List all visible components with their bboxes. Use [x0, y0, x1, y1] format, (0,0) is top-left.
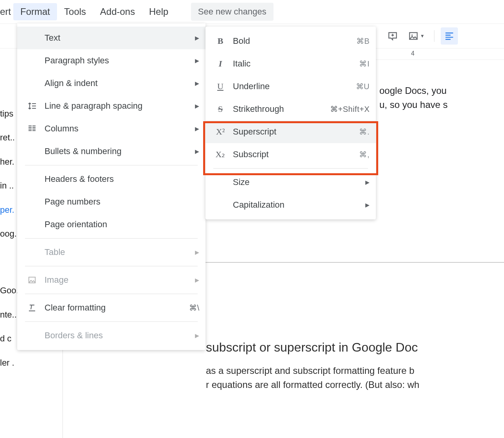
shortcut-text: ⌘U: [356, 82, 370, 91]
svg-point-1: [411, 34, 413, 36]
menuitem-text[interactable]: Text ▶: [17, 27, 206, 49]
align-left-icon: [444, 31, 454, 41]
superscript-icon: X²: [213, 127, 227, 137]
insert-image-button[interactable]: ▼: [405, 27, 428, 45]
menuitem-paragraph-styles[interactable]: Paragraph styles ▶: [17, 49, 206, 72]
menuitem-strikethrough[interactable]: S Strikethrough ⌘+Shift+X: [206, 98, 376, 120]
menuitem-capitalization[interactable]: Capitalization ▶: [206, 194, 376, 216]
submenu-arrow-icon: ▶: [195, 57, 199, 64]
doc-paragraph: as a superscript and subscript formattin…: [206, 364, 504, 392]
toolbar-divider: [434, 30, 434, 42]
doc-text-fragment: u, so you have s: [379, 99, 448, 110]
menu-item-addons[interactable]: Add-ons: [93, 3, 142, 20]
submenu-arrow-icon: ▶: [195, 148, 199, 154]
text-submenu-dropdown: B Bold ⌘B I Italic ⌘I U Underline ⌘U S S…: [206, 27, 376, 219]
ruler-tick: 4: [411, 50, 415, 57]
doc-text-fragment: oogle Docs, you: [379, 85, 447, 96]
menu-separator: [25, 238, 198, 239]
menuitem-page-orientation[interactable]: Page orientation: [17, 213, 206, 236]
bold-icon: B: [213, 36, 227, 46]
shortcut-text: ⌘I: [359, 59, 370, 68]
underline-icon: U: [213, 81, 227, 92]
menu-separator: [25, 321, 198, 322]
subscript-icon: X₂: [213, 149, 227, 160]
shortcut-text: ⌘,: [359, 150, 370, 159]
menuitem-line-spacing[interactable]: Line & paragraph spacing ▶: [17, 95, 206, 117]
menuitem-borders-lines: Borders & lines ▶: [17, 324, 206, 347]
menuitem-size[interactable]: Size ▶: [206, 171, 376, 194]
menu-separator: [213, 168, 368, 169]
chevron-down-icon: ▼: [420, 33, 425, 39]
menu-separator: [25, 266, 198, 266]
submenu-arrow-icon: ▶: [195, 35, 199, 41]
shortcut-text: ⌘+Shift+X: [330, 104, 370, 114]
menuitem-superscript[interactable]: X² Superscript ⌘.: [206, 120, 376, 143]
format-menu-dropdown: Text ▶ Paragraph styles ▶ Align & indent…: [17, 23, 206, 350]
menuitem-italic[interactable]: I Italic ⌘I: [206, 52, 376, 75]
menuitem-headers-footers[interactable]: Headers & footers: [17, 168, 206, 190]
submenu-arrow-icon: ▶: [195, 277, 199, 283]
menuitem-subscript[interactable]: X₂ Subscript ⌘,: [206, 143, 376, 166]
submenu-arrow-icon: ▶: [195, 126, 199, 132]
image-icon: [408, 31, 418, 41]
submenu-arrow-icon: ▶: [195, 80, 199, 86]
menubar: ert Format Tools Add-ons Help See new ch…: [0, 0, 504, 24]
shortcut-text: ⌘\: [189, 303, 199, 312]
menu-separator: [25, 165, 198, 165]
menuitem-columns[interactable]: Columns ▶: [17, 117, 206, 140]
columns-icon: [25, 124, 39, 133]
line-spacing-icon: [25, 101, 39, 111]
menuitem-table: Table ▶: [17, 241, 206, 264]
doc-heading: subscript or superscript in Google Doc: [206, 340, 504, 355]
menuitem-image: Image ▶: [17, 269, 206, 291]
image-icon: [25, 276, 39, 284]
menu-item-format[interactable]: Format: [13, 3, 57, 20]
submenu-arrow-icon: ▶: [365, 179, 370, 185]
shortcut-text: ⌘B: [356, 36, 370, 46]
menuitem-align-indent[interactable]: Align & indent ▶: [17, 72, 206, 95]
snippet: ler .: [0, 351, 22, 375]
menu-separator: [25, 294, 198, 294]
menu-item-tools[interactable]: Tools: [57, 3, 93, 20]
menu-item-help[interactable]: Help: [142, 3, 175, 20]
submenu-arrow-icon: ▶: [195, 332, 199, 339]
submenu-arrow-icon: ▶: [195, 249, 199, 255]
menuitem-underline[interactable]: U Underline ⌘U: [206, 75, 376, 98]
add-comment-button[interactable]: [384, 27, 401, 45]
submenu-arrow-icon: ▶: [365, 202, 370, 208]
see-new-changes-button[interactable]: See new changes: [191, 3, 273, 21]
menuitem-bullets-numbering[interactable]: Bullets & numbering ▶: [17, 140, 206, 163]
menuitem-clear-formatting[interactable]: Clear formatting ⌘\: [17, 296, 206, 319]
menu-item-partial[interactable]: ert: [0, 3, 13, 20]
comment-plus-icon: [388, 31, 398, 41]
submenu-arrow-icon: ▶: [195, 103, 199, 109]
menuitem-bold[interactable]: B Bold ⌘B: [206, 30, 376, 52]
italic-icon: I: [213, 59, 227, 69]
strikethrough-icon: S: [213, 104, 227, 114]
menuitem-page-numbers[interactable]: Page numbers: [17, 190, 206, 213]
align-left-button[interactable]: [441, 27, 458, 45]
clear-format-icon: [25, 303, 39, 312]
shortcut-text: ⌘.: [359, 127, 370, 136]
